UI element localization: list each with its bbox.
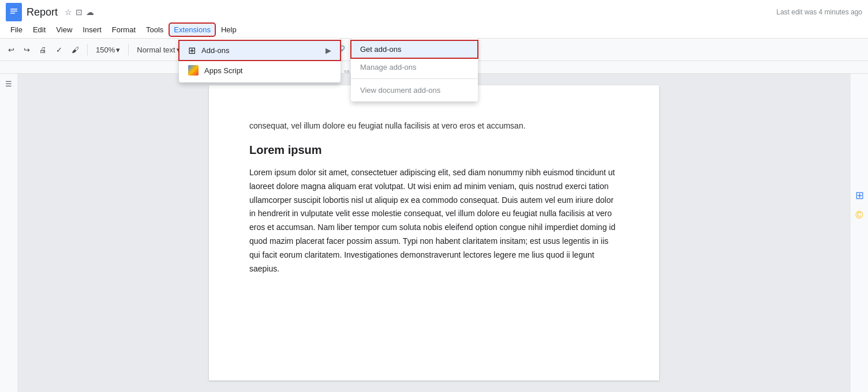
folder-icon[interactable]: ⊡ bbox=[76, 7, 83, 17]
apps-script-icon bbox=[188, 65, 199, 76]
get-addons-item[interactable]: Get add-ons bbox=[351, 40, 478, 58]
zoom-chevron: ▾ bbox=[116, 46, 120, 54]
redo-button[interactable]: ↪ bbox=[20, 43, 33, 56]
title-icons: ☆ ⊡ ☁ bbox=[65, 7, 94, 17]
svg-rect-2 bbox=[10, 11, 17, 12]
svg-rect-1 bbox=[10, 9, 17, 10]
view-doc-addons-label: View document add-ons bbox=[360, 86, 440, 95]
title-bar: Report ☆ ⊡ ☁ Last edit was 4 minutes ago bbox=[0, 0, 868, 21]
doc-title[interactable]: Report bbox=[27, 6, 58, 18]
apps-script-label: Apps Script bbox=[204, 66, 242, 75]
doc-body[interactable]: Lorem ipsum dolor sit amet, consectetuer… bbox=[249, 166, 619, 276]
undo-button[interactable]: ↩ bbox=[5, 43, 18, 56]
last-edit-text: Last edit was 4 minutes ago bbox=[776, 8, 862, 16]
manage-addons-item: Manage add-ons bbox=[351, 58, 478, 76]
menu-edit[interactable]: Edit bbox=[28, 23, 50, 36]
cloud-icon[interactable]: ☁ bbox=[86, 7, 94, 17]
menu-help[interactable]: Help bbox=[216, 23, 241, 36]
zoom-selector[interactable]: 150% ▾ bbox=[92, 43, 124, 56]
menu-view[interactable]: View bbox=[51, 23, 77, 36]
toolbar-sep-1 bbox=[87, 44, 88, 55]
style-selector[interactable]: Normal text ▾ bbox=[133, 43, 184, 56]
style-value: Normal text bbox=[137, 46, 175, 54]
menu-file[interactable]: File bbox=[6, 23, 27, 36]
zoom-value: 150% bbox=[96, 46, 115, 54]
doc-icon bbox=[6, 3, 22, 21]
toolbar-sep-2 bbox=[128, 44, 129, 55]
spellcheck-button[interactable]: ✓ bbox=[53, 43, 66, 56]
apps-script-menu-item[interactable]: Apps Script bbox=[179, 61, 341, 80]
star-icon[interactable]: ☆ bbox=[65, 7, 72, 17]
doc-area[interactable]: consequat, vel illum dolore eu feugiat n… bbox=[17, 74, 851, 392]
menu-format[interactable]: Format bbox=[107, 23, 140, 36]
paint-format-button[interactable]: 🖌 bbox=[68, 43, 83, 56]
outline-icon[interactable]: ☰ bbox=[5, 80, 12, 88]
sidebar-right: ⊞ © bbox=[851, 74, 868, 392]
doc-top-text: consequat, vel illum dolore eu feugiat n… bbox=[249, 120, 619, 132]
extensions-dropdown: ⊞ Add-ons ▶ Apps Script bbox=[179, 38, 341, 82]
document-page[interactable]: consequat, vel illum dolore eu feugiat n… bbox=[209, 85, 659, 380]
sidebar-left: ☰ bbox=[0, 74, 17, 392]
view-doc-addons-item: View document add-ons bbox=[351, 81, 478, 99]
menu-insert[interactable]: Insert bbox=[78, 23, 106, 36]
submenu-divider bbox=[351, 78, 478, 79]
addons-arrow-icon: ▶ bbox=[326, 46, 331, 55]
sidebar-right-btn-2[interactable]: © bbox=[853, 209, 866, 221]
menu-bar: File Edit View Insert Format Tools Exten… bbox=[0, 21, 868, 38]
manage-addons-label: Manage add-ons bbox=[360, 63, 417, 71]
menu-tools[interactable]: Tools bbox=[141, 23, 168, 36]
get-addons-label: Get add-ons bbox=[360, 45, 402, 54]
sidebar-right-btn-1[interactable]: ⊞ bbox=[853, 189, 866, 202]
addons-submenu: Get add-ons Manage add-ons View document… bbox=[351, 38, 478, 101]
print-button[interactable]: 🖨 bbox=[36, 43, 50, 56]
svg-rect-0 bbox=[9, 6, 19, 18]
addons-grid-icon: ⊞ bbox=[188, 45, 196, 56]
svg-rect-3 bbox=[10, 13, 15, 14]
addons-menu-item[interactable]: ⊞ Add-ons ▶ bbox=[179, 40, 341, 61]
doc-heading[interactable]: Lorem ipsum bbox=[249, 144, 619, 157]
main-content: ☰ consequat, vel illum dolore eu feugiat… bbox=[0, 74, 868, 392]
addons-label: Add-ons bbox=[201, 46, 229, 55]
menu-extensions[interactable]: Extensions bbox=[169, 23, 215, 36]
